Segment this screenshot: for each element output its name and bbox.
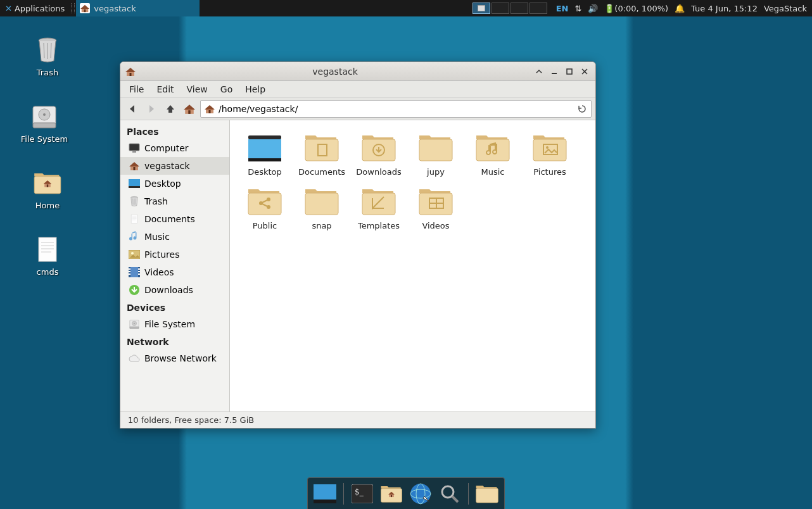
desktop-icon-label: cmds <box>19 267 76 277</box>
workspace-switcher[interactable] <box>473 3 547 14</box>
battery-icon: 🔋 <box>604 4 614 13</box>
folder-label: Templates <box>350 221 407 230</box>
close-button[interactable] <box>579 66 590 77</box>
workspace-3[interactable] <box>511 3 528 14</box>
sidebar-item-browse-network[interactable]: Browse Network <box>120 349 229 367</box>
svg-text:$_: $_ <box>355 487 364 496</box>
menu-edit[interactable]: Edit <box>151 83 179 96</box>
folder-item-templates[interactable]: Templates <box>350 183 407 233</box>
sidebar-item-filesystem[interactable]: File System <box>120 315 229 333</box>
folder-icon <box>531 132 569 163</box>
svg-rect-35 <box>248 135 281 139</box>
applications-label: Applications <box>15 4 65 13</box>
workspace-1[interactable] <box>473 3 490 14</box>
dock-show-desktop[interactable] <box>312 482 338 506</box>
svg-point-54 <box>410 484 431 504</box>
sidebar-item-pictures[interactable]: Pictures <box>120 246 229 263</box>
forward-button[interactable] <box>143 101 160 117</box>
folder-label: Pictures <box>521 167 578 177</box>
desktop-icon-trash[interactable]: Trash <box>19 35 76 77</box>
home-button[interactable] <box>181 101 198 117</box>
keyboard-layout-indicator[interactable]: EN <box>556 4 569 13</box>
dock-separator <box>343 483 344 505</box>
notification-icon[interactable]: 🔔 <box>675 4 685 13</box>
sidebar-item-downloads[interactable]: Downloads <box>120 281 229 299</box>
cloud-icon <box>128 352 141 365</box>
folder-item-downloads[interactable]: Downloads <box>350 129 407 179</box>
svg-rect-18 <box>567 69 572 74</box>
workspace-4[interactable] <box>530 3 547 14</box>
svg-point-41 <box>546 146 549 149</box>
window-menu-button[interactable] <box>533 66 545 77</box>
network-icon[interactable]: ⇅ <box>574 4 581 13</box>
sidebar-item-label: Downloads <box>144 285 193 295</box>
folder-item-pictures[interactable]: Pictures <box>521 129 578 179</box>
battery-indicator[interactable]: 🔋(0:00, 100%) <box>604 4 668 13</box>
trash-icon <box>128 195 141 208</box>
content-area[interactable]: DesktopDocumentsDownloadsjupyMusicPictur… <box>230 120 595 412</box>
sidebar-item-videos[interactable]: Videos <box>120 263 229 281</box>
desktop-icon-home[interactable]: Home <box>19 168 76 210</box>
clock[interactable]: Tue 4 Jun, 15:12 <box>691 4 758 13</box>
up-button[interactable] <box>162 101 179 117</box>
monitor-icon <box>128 142 141 154</box>
menu-go[interactable]: Go <box>215 83 238 96</box>
folder-item-public[interactable]: Public <box>236 183 293 233</box>
path-input[interactable] <box>219 104 573 114</box>
taskbar-item-vegastack[interactable]: vegastack <box>76 0 200 16</box>
window-title: vegastack <box>141 66 530 77</box>
sidebar-item-documents[interactable]: Documents <box>120 210 229 228</box>
maximize-button[interactable] <box>564 66 575 77</box>
menu-file[interactable]: File <box>124 83 149 96</box>
dock-file-manager[interactable] <box>378 482 405 506</box>
window-titlebar[interactable]: vegastack <box>120 62 595 81</box>
folder-item-documents[interactable]: Documents <box>293 129 350 179</box>
folder-item-jupy[interactable]: jupy <box>407 129 464 179</box>
sidebar-section-devices: Devices <box>120 299 229 315</box>
folder-item-desktop[interactable]: Desktop <box>236 129 293 179</box>
sidebar-item-trash[interactable]: Trash <box>120 192 229 210</box>
folder-icon <box>303 132 341 163</box>
folder-item-snap[interactable]: snap <box>293 183 350 233</box>
reload-button[interactable] <box>577 104 587 114</box>
dock-app-finder[interactable] <box>436 482 463 506</box>
workspace-2[interactable] <box>492 3 509 14</box>
sidebar-item-computer[interactable]: Computer <box>120 139 229 157</box>
folder-icon <box>360 132 398 163</box>
folder-item-music[interactable]: Music <box>464 129 521 179</box>
svg-point-24 <box>131 252 134 254</box>
dock-web-browser[interactable] <box>407 482 434 506</box>
applications-menu-button[interactable]: ✕ Applications <box>0 0 70 16</box>
user-menu[interactable]: VegaStack <box>764 4 807 13</box>
folder-label: Music <box>464 167 521 177</box>
videos-icon <box>128 266 141 279</box>
desktop-icon-filesystem[interactable]: File System <box>16 101 73 144</box>
home-icon <box>205 104 215 114</box>
sidebar-item-desktop[interactable]: Desktop <box>120 175 229 192</box>
menu-help[interactable]: Help <box>240 83 270 96</box>
sidebar-item-label: Videos <box>144 267 174 277</box>
sidebar-item-vegastack[interactable]: vegastack <box>120 157 229 175</box>
svg-rect-22 <box>129 186 140 188</box>
sidebar-item-music[interactable]: Music <box>120 228 229 246</box>
status-bar: 10 folders, Free space: 7.5 GiB <box>120 412 595 428</box>
menu-view[interactable]: View <box>182 83 213 96</box>
status-text: 10 folders, Free space: 7.5 GiB <box>128 415 254 425</box>
volume-icon[interactable]: 🔊 <box>588 4 598 13</box>
folder-item-videos[interactable]: Videos <box>407 183 464 233</box>
bottom-dock: $_ <box>307 477 505 509</box>
dock-terminal[interactable]: $_ <box>349 482 376 506</box>
svg-rect-32 <box>138 271 140 272</box>
desktop-icon-label: Trash <box>19 68 76 77</box>
sidebar-item-label: Music <box>144 232 170 242</box>
desktop-icon-cmds[interactable]: cmds <box>19 234 76 277</box>
sidebar-item-label: Trash <box>144 196 168 206</box>
folder-label: Public <box>236 221 293 230</box>
back-button[interactable] <box>124 101 141 117</box>
dock-folder[interactable] <box>474 482 500 506</box>
document-icon <box>128 213 141 225</box>
sidebar-item-label: Browse Network <box>144 353 217 363</box>
home-icon <box>80 3 90 13</box>
toolbar <box>120 97 595 120</box>
minimize-button[interactable] <box>549 66 560 77</box>
